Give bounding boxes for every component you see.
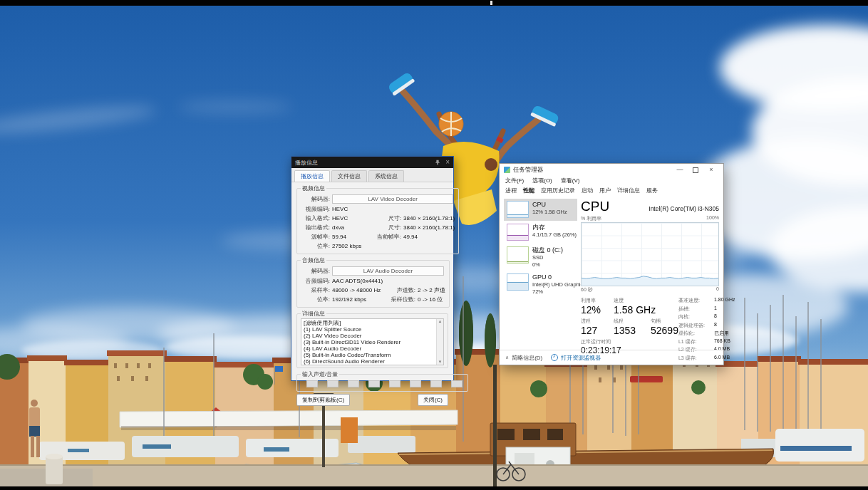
player-tabs: 播放信息 文件信息 系统信息 <box>291 168 453 182</box>
performance-sidebar: CPU 12% 1.58 GHz 内存 4.1/15.7 GB (26%) 磁盘… <box>504 199 577 348</box>
audio-codec-value: AAC ADTS(0x4441) <box>332 278 445 284</box>
channels-label: 声道数: <box>385 286 418 294</box>
video-input-label: 输入格式: <box>301 214 332 222</box>
disk-mini-graph <box>507 246 529 264</box>
util-label: 利用率 <box>581 296 614 304</box>
tab-processes[interactable]: 进程 <box>505 187 517 194</box>
volume-meter <box>306 380 318 387</box>
video-bitrate-value: 27502 kbps <box>332 243 455 249</box>
fewer-details-toggle[interactable]: ∧ 简略信息(D) <box>505 354 542 362</box>
minimize-button[interactable]: — <box>672 165 688 175</box>
src-fps-label: 源帧率: <box>301 233 332 241</box>
spec-value: 8 <box>714 313 753 320</box>
cur-fps-label: 当前帧率: <box>373 233 403 241</box>
close-icon[interactable]: × <box>445 159 450 166</box>
samplerate-value: 48000 -> 48000 Hz <box>332 287 385 293</box>
sidebar-memory-sub: 4.1/15.7 GB (26%) <box>532 231 576 239</box>
cpu-specs: 基准速度:1.80 GHz 插槽:1 内核:8 逻辑处理器:8 虚拟化:已启用 … <box>678 296 753 348</box>
filter-list-line: (1) LAV Splitter Source <box>304 326 435 333</box>
scrollbar[interactable]: ▲▼ <box>436 319 443 365</box>
tab-startup[interactable]: 启动 <box>582 187 593 194</box>
gpu-mini-graph <box>507 273 529 291</box>
volume-meter <box>348 380 359 387</box>
uptime-label: 正常运行时间 <box>581 337 678 345</box>
maximize-button[interactable] <box>688 165 703 175</box>
pin-icon[interactable] <box>435 160 440 165</box>
chart-y-label: % 利用率 <box>581 215 601 222</box>
menu-options[interactable]: 选项(O) <box>532 177 552 184</box>
sidebar-disk-sub2: 0% <box>532 261 563 269</box>
video-size1-label: 尺寸: <box>373 214 403 222</box>
task-manager-window: 任务管理器 — × 文件(F) 选项(O) 查看(V) 进程 性能 应用历史记录… <box>499 163 724 365</box>
player-window-titlebar[interactable]: 播放信息 × <box>291 157 453 168</box>
task-manager-tabs: 进程 性能 应用历史记录 启动 用户 详细信息 服务 <box>500 185 723 196</box>
channels-value: 2 -> 2 声道 <box>418 286 445 294</box>
tab-file-info[interactable]: 文件信息 <box>331 170 367 182</box>
cpu-utilization-chart <box>581 222 719 286</box>
cpu-stats: 利用率 速度 12% 1.58 GHz 进程 线程 句柄 127 1353 52… <box>581 296 678 348</box>
audio-info-group: 音频信息 解码器: LAV Audio Decoder 音频编码: AAC AD… <box>296 256 450 308</box>
sidebar-gpu-sub2: 72% <box>532 288 576 296</box>
video-bitrate-label: 位率: <box>301 242 332 250</box>
sidebar-item-memory[interactable]: 内存 4.1/15.7 GB (26%) <box>504 221 577 244</box>
sidebar-gpu-sub: Intel(R) UHD Graphics <box>532 281 576 288</box>
video-input-value: HEVC <box>332 215 373 221</box>
spec-label: 插槽: <box>678 306 714 313</box>
task-manager-titlebar[interactable]: 任务管理器 — × <box>500 164 723 176</box>
spec-value: 1.80 GHz <box>714 297 753 304</box>
tab-system-info[interactable]: 系统信息 <box>368 170 404 182</box>
task-manager-title: 任务管理器 <box>513 166 544 174</box>
filter-list-line: (3) Built-in Direct3D11 Video Renderer <box>304 339 435 345</box>
tab-users[interactable]: 用户 <box>599 187 611 194</box>
menu-view[interactable]: 查看(V) <box>561 177 580 184</box>
volume-meter <box>389 380 401 387</box>
filter-list-line: (4) LAV Audio Decoder <box>304 345 435 352</box>
filter-list-line: (2) LAV Video Decoder <box>304 333 435 339</box>
top-letterbox-bar <box>0 0 868 6</box>
filter-list-line: (5) Built-in Audio Codec/Transform <box>304 352 435 358</box>
video-size1-value: 3840 × 2160(1.78:1) <box>403 215 455 221</box>
sidebar-memory-title: 内存 <box>532 224 576 231</box>
threads-value: 1353 <box>614 325 651 337</box>
menu-file[interactable]: 文件(F) <box>505 177 524 184</box>
spec-label: 内核: <box>678 313 714 320</box>
volume-meter <box>327 380 339 387</box>
tab-app-history[interactable]: 应用历史记录 <box>541 187 575 194</box>
sidebar-item-gpu0[interactable]: GPU 0 Intel(R) UHD Graphics 72% <box>504 271 577 298</box>
video-decoder-label: 解码器: <box>301 195 332 203</box>
sidebar-item-disk0[interactable]: 磁盘 0 (C:) SSD 0% <box>504 244 577 271</box>
chart-x-right: 0 <box>716 286 719 293</box>
cpu-mini-graph <box>507 201 529 218</box>
resource-monitor-label: 打开资源监视器 <box>561 354 601 362</box>
sidebar-item-cpu[interactable]: CPU 12% 1.58 GHz <box>504 199 577 221</box>
copy-to-clipboard-button[interactable]: 复制到剪贴板(C) <box>296 394 350 406</box>
close-button[interactable]: 关闭(C) <box>418 394 448 406</box>
spec-value: 8 <box>714 322 753 329</box>
input-channels-group: 输入声道/音量 <box>296 370 468 392</box>
audio-decoder-box: LAV Audio Decoder <box>332 266 444 276</box>
fewer-details-label: 简略信息(D) <box>512 354 542 362</box>
task-manager-menubar: 文件(F) 选项(O) 查看(V) <box>500 176 723 185</box>
memory-mini-graph <box>507 224 529 241</box>
spec-value: 1 <box>714 306 753 313</box>
task-manager-footer: ∧ 简略信息(D) 打开资源监视器 <box>500 350 723 365</box>
volume-meter <box>430 380 442 387</box>
tab-services[interactable]: 服务 <box>646 187 658 194</box>
volume-meter <box>451 380 463 387</box>
audio-decoder-label: 解码器: <box>301 267 332 275</box>
open-resource-monitor-link[interactable]: 打开资源监视器 <box>551 354 601 362</box>
tab-playback-info[interactable]: 播放信息 <box>294 170 330 182</box>
video-size2-label: 尺寸: <box>373 224 403 231</box>
cpu-model-name: Intel(R) Core(TM) i3-N305 <box>649 205 719 212</box>
bits-label: 采样位数: <box>385 296 418 303</box>
video-info-group: 视频信息 解码器: LAV Video Decoder 视频编码: HEVC 输… <box>296 184 459 254</box>
sidebar-disk-title: 磁盘 0 (C:) <box>532 246 563 254</box>
sidebar-cpu-title: CPU <box>532 201 567 209</box>
handles-value: 52699 <box>651 325 678 337</box>
tab-details[interactable]: 详细信息 <box>617 187 640 194</box>
player-info-window: 播放信息 × 播放信息 文件信息 系统信息 视频信息 解码器: LAV Vide… <box>291 156 454 381</box>
tab-performance[interactable]: 性能 <box>523 187 534 194</box>
cur-fps-value: 49.94 <box>403 234 455 240</box>
chevron-up-icon: ∧ <box>505 355 509 360</box>
close-button[interactable]: × <box>703 165 719 175</box>
